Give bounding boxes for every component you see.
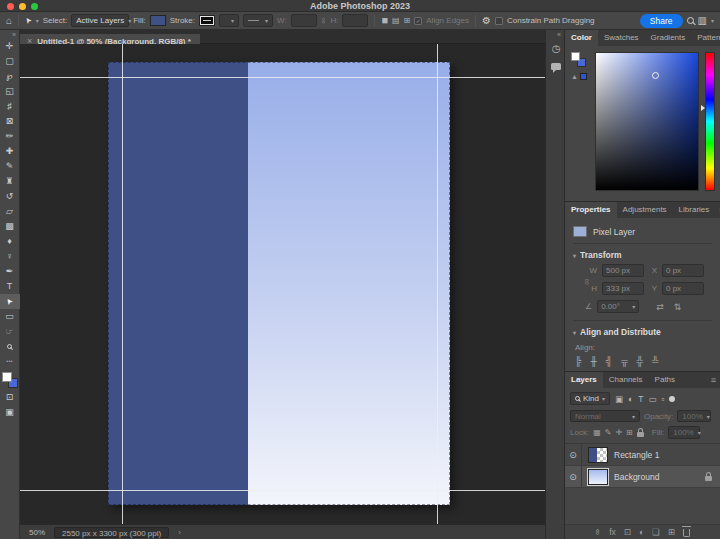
align-left-icon[interactable]: ╠ bbox=[575, 356, 581, 366]
frame-tool[interactable]: ⊠ bbox=[0, 114, 20, 129]
delete-layer-icon[interactable] bbox=[683, 529, 690, 537]
new-group-icon[interactable]: ❏ bbox=[652, 527, 660, 537]
align-center-icon[interactable]: ╫ bbox=[590, 356, 596, 366]
transform-section-header[interactable]: ▾ Transform bbox=[573, 244, 712, 264]
layer-locked-icon[interactable] bbox=[705, 476, 712, 481]
transform-x-field[interactable]: 0 px bbox=[662, 264, 704, 277]
tab-properties[interactable]: Properties bbox=[565, 202, 617, 218]
kind-filter-dropdown[interactable]: Kind ▾ bbox=[570, 392, 610, 405]
guide-horizontal-top[interactable] bbox=[20, 77, 545, 78]
brush-tool[interactable]: ✎ bbox=[0, 159, 20, 174]
background-gradient[interactable] bbox=[248, 62, 450, 505]
layer-row-background[interactable]: ⊙ Background bbox=[565, 466, 720, 488]
lock-transparent-icon[interactable]: ▦ bbox=[593, 428, 601, 437]
collapse-tools-icon[interactable]: » bbox=[0, 30, 19, 39]
filter-shape-layers-icon[interactable]: ▭ bbox=[648, 394, 656, 404]
clone-stamp-tool[interactable]: ♜ bbox=[0, 174, 20, 189]
align-bottom-icon[interactable]: ╩ bbox=[652, 356, 658, 366]
link-dimensions-icon[interactable]: ∞ bbox=[319, 18, 328, 24]
tab-patterns[interactable]: Patterns bbox=[691, 30, 720, 46]
blend-mode-dropdown[interactable]: Normal▾ bbox=[570, 410, 640, 422]
expand-dock-icon[interactable]: « bbox=[546, 30, 564, 39]
stroke-color-swatch[interactable] bbox=[199, 15, 215, 26]
align-edges-checkbox[interactable]: ✓ bbox=[414, 17, 422, 25]
guide-vertical-left[interactable] bbox=[122, 44, 123, 524]
filter-type-layers-icon[interactable]: T bbox=[638, 394, 643, 404]
healing-brush-tool[interactable]: ✚ bbox=[0, 144, 20, 159]
visibility-eye-icon[interactable]: ⊙ bbox=[565, 466, 582, 487]
lock-position-icon[interactable]: ✛ bbox=[615, 428, 622, 437]
canvas-area[interactable] bbox=[20, 44, 545, 524]
new-layer-icon[interactable]: ⊞ bbox=[668, 527, 675, 537]
tab-libraries[interactable]: Libraries bbox=[673, 202, 716, 218]
hand-tool[interactable]: ☞ bbox=[0, 324, 20, 339]
align-distribute-header[interactable]: ▾ Align and Distribute bbox=[573, 321, 712, 341]
color-picker-ring[interactable] bbox=[652, 72, 659, 79]
workspace-caret-icon[interactable]: ▾ bbox=[711, 17, 714, 24]
layer-thumbnail[interactable] bbox=[588, 469, 608, 485]
link-layers-icon[interactable]: ∞ bbox=[593, 529, 603, 535]
comments-panel-button[interactable] bbox=[546, 57, 566, 75]
lock-artboard-icon[interactable]: ⊞ bbox=[626, 428, 633, 437]
flip-horizontal-icon[interactable]: ⇄ bbox=[656, 302, 664, 312]
quick-mask-button[interactable]: ⊡ bbox=[0, 390, 20, 405]
share-button[interactable]: Share bbox=[640, 14, 683, 28]
tab-layers[interactable]: Layers bbox=[565, 372, 603, 388]
filter-toggle-icon[interactable] bbox=[669, 396, 675, 402]
search-icon[interactable] bbox=[687, 17, 694, 24]
object-selection-tool[interactable]: ◱ bbox=[0, 84, 20, 99]
status-chevron-icon[interactable]: › bbox=[178, 528, 181, 537]
filter-adjustment-layers-icon[interactable]: ◐ bbox=[628, 394, 633, 404]
align-right-icon[interactable]: ╣ bbox=[606, 356, 612, 366]
tab-adjustments[interactable]: Adjustments bbox=[617, 202, 673, 218]
gradient-tool[interactable]: ▩ bbox=[0, 219, 20, 234]
stroke-type-dropdown[interactable]: ▾ bbox=[243, 14, 273, 27]
layer-effects-icon[interactable]: fx bbox=[609, 527, 616, 537]
edit-toolbar-button[interactable]: ••• bbox=[0, 354, 20, 369]
dodge-tool[interactable]: ♀ bbox=[0, 249, 20, 264]
filter-smart-objects-icon[interactable]: ▫ bbox=[661, 394, 664, 404]
constrain-path-checkbox[interactable] bbox=[495, 17, 503, 25]
hue-slider[interactable] bbox=[705, 52, 715, 191]
guide-horizontal-bottom[interactable] bbox=[20, 490, 545, 491]
crop-tool[interactable]: ♯ bbox=[0, 99, 20, 114]
screen-mode-button[interactable]: ▣ bbox=[0, 405, 20, 420]
panel-menu-icon[interactable]: ≡ bbox=[707, 372, 720, 388]
link-wh-icon[interactable]: ∞ bbox=[569, 279, 592, 289]
add-layer-mask-icon[interactable]: ⊡ bbox=[624, 527, 631, 537]
fill-color-swatch[interactable] bbox=[150, 15, 166, 26]
rectangle-tool[interactable]: ▭ bbox=[0, 309, 20, 324]
opacity-dropdown[interactable]: 100%▾ bbox=[677, 410, 711, 422]
history-panel-button[interactable]: ◷ bbox=[546, 39, 566, 57]
pen-tool[interactable]: ✒ bbox=[0, 264, 20, 279]
document[interactable] bbox=[108, 62, 450, 505]
lasso-tool[interactable]: ℘ bbox=[0, 69, 20, 84]
zoom-tool[interactable] bbox=[0, 339, 20, 354]
tab-swatches[interactable]: Swatches bbox=[598, 30, 645, 46]
blur-tool[interactable]: ♦ bbox=[0, 234, 20, 249]
align-top-icon[interactable]: ╦ bbox=[621, 356, 627, 366]
layer-thumbnail[interactable] bbox=[588, 447, 608, 463]
lock-paint-icon[interactable]: ✎ bbox=[605, 428, 612, 437]
layer-name[interactable]: Rectangle 1 bbox=[614, 450, 659, 460]
stroke-width-dropdown[interactable]: ▾ bbox=[219, 14, 239, 27]
foreground-color-swatch[interactable] bbox=[2, 372, 12, 382]
transform-width-field[interactable]: 500 px bbox=[602, 264, 644, 277]
history-brush-tool[interactable]: ↺ bbox=[0, 189, 20, 204]
guide-vertical-right[interactable] bbox=[437, 44, 438, 524]
eraser-tool[interactable]: ▱ bbox=[0, 204, 20, 219]
zoom-level[interactable]: 50% bbox=[29, 528, 45, 537]
tab-channels[interactable]: Channels bbox=[603, 372, 649, 388]
path-alignment-icon[interactable]: ▤ bbox=[392, 16, 400, 26]
visibility-eye-icon[interactable]: ⊙ bbox=[565, 444, 582, 465]
foreground-color-swatch[interactable] bbox=[571, 52, 580, 61]
path-operations-icon[interactable]: ◼ bbox=[381, 16, 388, 26]
transform-height-field[interactable]: 333 px bbox=[602, 282, 644, 295]
type-tool[interactable]: T bbox=[0, 279, 20, 294]
color-spectrum[interactable] bbox=[595, 52, 699, 191]
rotation-field[interactable]: 0.00°▾ bbox=[597, 300, 639, 313]
layer-row-rectangle-1[interactable]: ⊙ Rectangle 1 bbox=[565, 444, 720, 466]
new-adjustment-layer-icon[interactable]: ◐ bbox=[639, 527, 644, 537]
transform-y-field[interactable]: 0 px bbox=[662, 282, 704, 295]
current-tool-cursor-icon[interactable]: ➤ bbox=[23, 15, 34, 26]
